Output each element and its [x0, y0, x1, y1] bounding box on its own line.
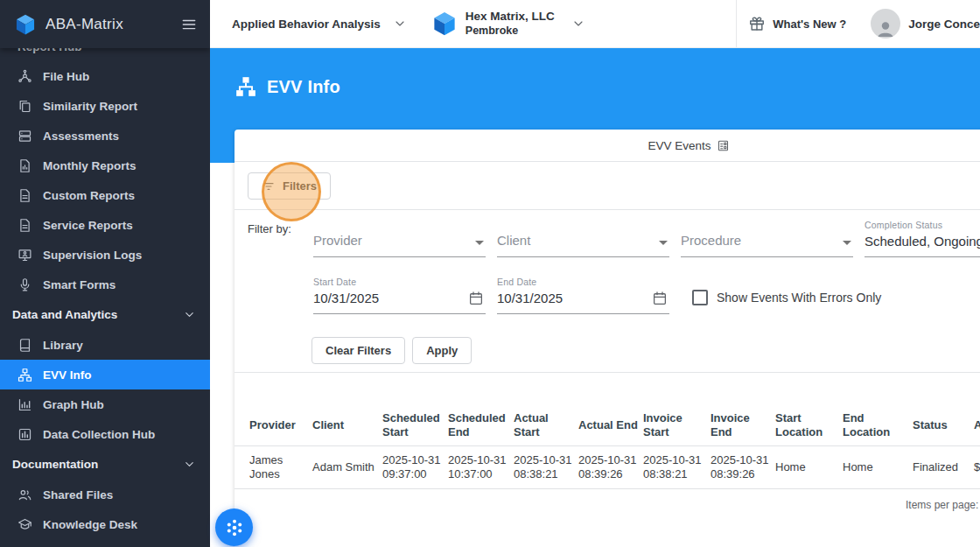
- knowledge-desk-icon: [18, 517, 32, 532]
- sidebar-item-graph-hub[interactable]: Graph Hub: [0, 389, 210, 419]
- chevron-down-icon: [659, 241, 668, 245]
- items-per-page-label: Items per page:: [906, 499, 978, 511]
- start-date-field[interactable]: Start Date 10/31/2025: [313, 277, 486, 314]
- topbar: Applied Behavior Analysis Hex Matrix, LL…: [210, 0, 980, 48]
- company-selector[interactable]: Hex Matrix, LLC Pembroke: [431, 10, 585, 39]
- user-name[interactable]: Jorge Conce: [908, 18, 980, 31]
- accessibility-widget-button[interactable]: [215, 508, 253, 546]
- service-reports-icon: [18, 218, 32, 233]
- errors-only-checkbox-group[interactable]: Show Events With Errors Only: [692, 290, 881, 314]
- sidebar-item-label: Supervision Logs: [43, 249, 142, 262]
- sidebar-item-smart-forms[interactable]: Smart Forms: [0, 270, 210, 299]
- procedure-select[interactable]: Procedure: [681, 215, 853, 257]
- data-collection-hub-icon: [18, 427, 32, 442]
- errors-only-checkbox[interactable]: [692, 290, 708, 305]
- avatar-icon: [875, 18, 896, 39]
- chevron-down-icon: [183, 308, 196, 321]
- pagination: Items per page: 12: [906, 499, 980, 511]
- table-row[interactable]: James Jones Adam Smith 2025-10-31 09:37:…: [234, 446, 980, 490]
- avatar[interactable]: [871, 9, 900, 39]
- cell-invoice-end: 2025-10-31 08:39:26: [710, 446, 775, 489]
- sidebar-item-library[interactable]: Library: [0, 330, 210, 360]
- topbar-right: What's New ? Jorge Conce: [736, 0, 980, 48]
- sidebar-item-label: Smart Forms: [43, 278, 116, 291]
- completion-status-select[interactable]: Completion Status Scheduled, Ongoing,: [864, 220, 980, 257]
- sidebar-item-file-hub[interactable]: File Hub: [0, 61, 210, 91]
- page-title-text: EVV Info: [267, 77, 340, 97]
- chevron-down-icon[interactable]: [393, 17, 407, 31]
- filters-button[interactable]: Filters: [248, 172, 331, 200]
- evv-events-card: EVV Events Filters Filter by: Provider: [234, 130, 980, 547]
- column-header[interactable]: End Location: [843, 406, 913, 445]
- column-header[interactable]: Start Location: [775, 406, 843, 445]
- apply-button[interactable]: Apply: [412, 337, 472, 364]
- cell-actual-start: 2025-10-31 08:38:21: [514, 446, 578, 489]
- main-area: Applied Behavior Analysis Hex Matrix, LL…: [210, 0, 980, 547]
- filter-row-1: Provider Client Procedure Completio: [313, 215, 980, 257]
- sidebar-item-custom-reports[interactable]: Custom Reports: [0, 180, 210, 210]
- brand-name: ABA-Matrix: [46, 16, 123, 33]
- provider-placeholder: Provider: [313, 233, 362, 248]
- chevron-down-icon: [475, 241, 484, 245]
- context-selector-label[interactable]: Applied Behavior Analysis: [232, 18, 381, 31]
- client-select[interactable]: Client: [497, 215, 669, 257]
- column-header[interactable]: Scheduled Start: [382, 406, 448, 445]
- procedure-placeholder: Procedure: [681, 233, 741, 248]
- clear-filters-button[interactable]: Clear Filters: [312, 337, 405, 364]
- sidebar-item-label: File Hub: [43, 70, 89, 83]
- column-header[interactable]: A: [974, 413, 980, 438]
- smart-forms-icon: [18, 277, 32, 292]
- sidebar-section-data-and-analytics[interactable]: Data and Analytics: [0, 299, 210, 330]
- column-header[interactable]: Provider: [249, 413, 312, 438]
- column-header[interactable]: Client: [312, 413, 382, 438]
- sidebar-item-service-reports[interactable]: Service Reports: [0, 210, 210, 240]
- end-date-field[interactable]: End Date 10/31/2025: [497, 277, 669, 314]
- sidebar-item-label: Data Collection Hub: [43, 428, 155, 441]
- chevron-down-icon: [571, 17, 585, 31]
- whats-new-button[interactable]: What's New ?: [737, 15, 858, 32]
- sidebar-item-similarity-report[interactable]: Similarity Report: [0, 91, 210, 121]
- sidebar-item-supervision-logs[interactable]: Supervision Logs: [0, 240, 210, 270]
- sidebar-nav: Report Hub File Hub Similarity Report As…: [0, 40, 210, 539]
- file-hub-icon: [18, 69, 32, 84]
- sidebar-item-monthly-reports[interactable]: Monthly Reports: [0, 151, 210, 180]
- filter-panel: Filter by: Provider Client Procedure: [234, 210, 980, 373]
- cell-status: Finalized: [913, 453, 974, 481]
- provider-select[interactable]: Provider: [313, 215, 486, 257]
- section-label: Documentation: [12, 458, 98, 471]
- cell-start-location: Home: [775, 453, 843, 481]
- sidebar-item-evv-info[interactable]: EVV Info: [0, 360, 210, 389]
- company-name: Hex Matrix, LLC: [466, 10, 555, 25]
- calendar-icon[interactable]: [652, 291, 668, 306]
- sidebar-item-label: Custom Reports: [43, 189, 135, 202]
- cell-scheduled-start: 2025-10-31 09:37:00: [382, 446, 448, 489]
- column-header[interactable]: Status: [913, 413, 974, 438]
- shared-files-icon: [18, 487, 32, 502]
- app-root: ABA-Matrix Report Hub File Hub Similarit…: [0, 0, 980, 547]
- sidebar-brand: ABA-Matrix: [0, 0, 210, 48]
- sidebar-item-label: Similarity Report: [43, 100, 137, 113]
- library-icon: [18, 338, 32, 353]
- supervision-logs-icon: [18, 248, 32, 263]
- tab-evv-events[interactable]: EVV Events: [234, 130, 980, 162]
- column-header[interactable]: Invoice Start: [643, 406, 710, 445]
- sidebar-item-shared-files[interactable]: Shared Files: [0, 480, 210, 509]
- assessments-icon: [18, 129, 32, 144]
- column-header[interactable]: Invoice End: [710, 406, 775, 445]
- sidebar-item-assessments[interactable]: Assessments: [0, 121, 210, 151]
- calendar-icon[interactable]: [468, 291, 484, 306]
- custom-reports-icon: [18, 188, 32, 203]
- column-header[interactable]: Scheduled End: [448, 406, 514, 445]
- accessibility-widget-icon: [224, 517, 245, 538]
- cell-scheduled-end: 2025-10-31 10:37:00: [448, 446, 514, 489]
- column-header[interactable]: Actual Start: [514, 406, 578, 445]
- menu-toggle-icon[interactable]: [180, 16, 198, 33]
- company-location: Pembroke: [466, 25, 555, 39]
- sidebar-section-documentation[interactable]: Documentation: [0, 449, 210, 480]
- column-header[interactable]: Actual End: [578, 413, 643, 438]
- company-logo-icon: [431, 11, 458, 37]
- sidebar-item-data-collection-hub[interactable]: Data Collection Hub: [0, 419, 210, 449]
- chevron-down-icon: [183, 458, 196, 471]
- filters-button-label: Filters: [283, 179, 317, 193]
- sidebar-item-knowledge-desk[interactable]: Knowledge Desk: [0, 509, 210, 539]
